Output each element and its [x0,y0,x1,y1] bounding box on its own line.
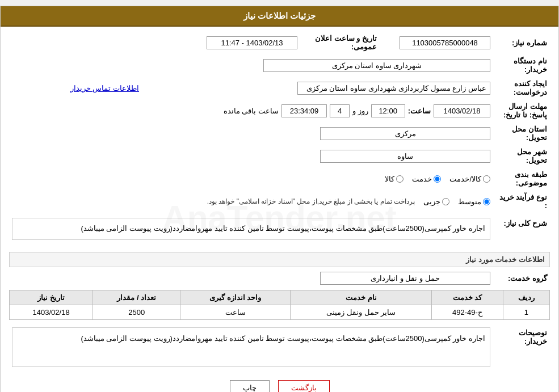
process-note: پرداخت تمام یا بخشی از مبلغ خرید,از محل … [207,197,415,205]
col-date: تاریخ نیاز [10,290,93,305]
deadline-days: 4 [330,104,350,117]
col-unit: واحد اندازه گیری [180,290,291,305]
process-jozii-radio[interactable] [442,198,449,205]
print-button[interactable]: چاپ [230,380,270,392]
deadline-time-label: ساعت: [408,107,431,115]
category-kala-option[interactable]: کالا [385,175,404,183]
category-kala-khadamat-label: کالا/خدمت [449,175,481,183]
category-label: طبقه بندی موضوعی: [515,170,547,187]
org-name-label: نام دستگاه خریدار: [514,57,547,74]
description-text: اجاره خاور کمپرسی(2500ساعت)طبق مشخصات پی… [12,218,490,240]
city-label: شهر محل تحویل: [517,147,547,165]
process-jozii-option[interactable]: جزیی [423,197,449,206]
category-khadamat-label: خدمت [412,175,432,183]
category-khadamat-radio[interactable] [434,175,441,183]
deadline-date: 1403/02/18 [434,104,490,117]
creator-value: عباس زارع مسول کاربردازی شهرداری ساوه اس… [297,82,490,95]
col-row-num: ردیف [503,290,549,305]
category-kala-khadamat-radio[interactable] [483,175,490,183]
buyer-desc-title: توصیحات خریدار: [519,328,547,345]
service-group-label: گروه خدمت: [508,274,547,283]
province-value: مرکزی [320,127,490,140]
service-group-value: حمل و نقل و انبارداری [320,272,490,285]
process-motavaset-option[interactable]: متوسط [458,197,490,206]
need-number-value: 1103005785000048 [400,36,490,49]
category-kala-radio[interactable] [396,175,404,183]
process-label: نوع فرآیند خرید : [499,193,547,210]
city-value: ساوه [320,150,490,163]
deadline-label: مهلت ارسال پاسخ: تا تاریخ: [503,102,547,119]
category-khadamat-option[interactable]: خدمت [412,175,441,183]
table-row: 1ح-49-492سایر حمل ونقل زمینیساعت25001403… [10,305,550,319]
services-table: ردیف کد خدمت نام خدمت واحد اندازه گیری ت… [9,290,550,320]
province-label: استان محل تحویل: [512,125,547,142]
description-title: شرح کلی نیاز: [503,219,547,227]
services-section-title: اطلاعات خدمات مورد نیاز [9,252,550,267]
category-kala-khadamat-option[interactable]: کالا/خدمت [449,175,490,183]
deadline-time: 12:00 [371,104,405,117]
col-service-code: کد خدمت [432,290,503,305]
creator-label: ایجاد کننده درخواست: [514,79,547,96]
org-name-value: شهرداری ساوه استان مرکزی [263,59,490,72]
header-title: جزئیات اطلاعات نیاز [243,11,316,20]
datetime-value: 1403/02/13 - 11:47 [207,36,297,49]
button-row: بازگشت چاپ [9,373,550,392]
process-motavaset-radio[interactable] [483,198,490,205]
back-button[interactable]: بازگشت [278,380,330,392]
contact-link[interactable]: اطلاعات تماس خریدار [70,84,139,92]
category-kala-label: کالا [385,175,394,183]
col-service-name: نام خدمت [291,290,432,305]
buyer-desc-text: اجاره خاور کمپرسی(2500ساعت)طبق مشخصات پی… [12,327,490,367]
process-motavaset-label: متوسط [458,197,481,206]
deadline-days-label: روز و [352,107,368,115]
col-quantity: تعداد / مقدار [93,290,180,305]
deadline-remaining: 23:34:09 [281,104,327,117]
page-header: جزئیات اطلاعات نیاز [1,6,558,27]
datetime-label: تاریخ و ساعت اعلان عمومی: [315,34,377,51]
need-number-label: شماره نیاز: [512,39,547,47]
process-jozii-label: جزیی [423,197,440,206]
deadline-remaining-label: ساعت باقی مانده [224,107,279,115]
